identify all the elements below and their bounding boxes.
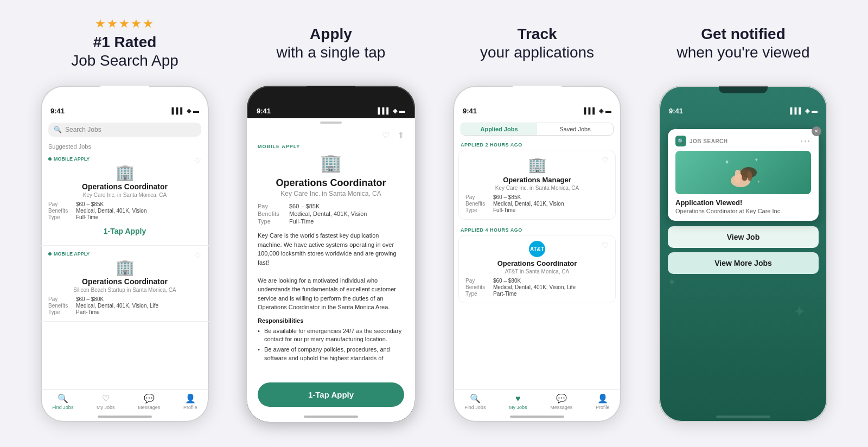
job-card-1[interactable]: ♡ MOBILE APPLY 🏢 Operations Coordinator … bbox=[41, 151, 209, 246]
share-icon-p2[interactable]: ⬆ bbox=[397, 130, 404, 141]
type-v-t2: Part-Time bbox=[493, 291, 517, 297]
track-job-details-2: Pay$60 – $80K BenefitsMedical, Dental, 4… bbox=[465, 278, 609, 297]
pay-value-p2: $60 – $85K bbox=[289, 203, 320, 209]
nav-messages-label: Messages bbox=[138, 405, 160, 410]
messages-icon: 💬 bbox=[144, 393, 155, 404]
job-card-2[interactable]: ♡ MOBILE APPLY 🏢 Operations Coordinator … bbox=[41, 246, 209, 322]
type-value-1: Full-Time bbox=[76, 214, 98, 220]
heart-icon-track-1[interactable]: ♡ bbox=[602, 156, 609, 164]
profile-label-3: Profile bbox=[596, 405, 610, 410]
phone-notch-2 bbox=[247, 86, 415, 103]
type-label: Type bbox=[48, 214, 73, 220]
close-icon[interactable]: ✕ bbox=[812, 126, 821, 136]
track-job-title-2: Operations Coordinator bbox=[465, 259, 609, 267]
track-job-details-1: Pay$60 – $85K BenefitsMedical, Dental, 4… bbox=[465, 194, 609, 213]
phone-frame-4: 9:41 ▌▌▌ ◈ ▬ ✦ ✦ ✦ ✦ ✦ ✦ ✕ bbox=[659, 86, 827, 422]
type-label-p2: Type bbox=[258, 218, 285, 225]
view-job-button[interactable]: View Job bbox=[668, 226, 819, 248]
signal-icon: ▌▌▌ bbox=[172, 107, 184, 114]
profile-icon: 👤 bbox=[185, 393, 196, 404]
pay-v-t1: $60 – $85K bbox=[493, 194, 521, 200]
status-icons-1: ▌▌▌ ◈ ▬ bbox=[172, 107, 199, 114]
wifi-icon-3: ◈ bbox=[599, 107, 603, 114]
pay-v-t2: $60 – $80K bbox=[493, 278, 521, 284]
heart-icon-track-2[interactable]: ♡ bbox=[602, 241, 609, 250]
one-tap-apply-btn-1[interactable]: 1-Tap Apply bbox=[48, 222, 201, 240]
nav-messages-3[interactable]: 💬 Messages bbox=[550, 393, 572, 410]
heart-icon-p2[interactable]: ♡ bbox=[382, 130, 390, 141]
status-icons-4: ▌▌▌ ◈ ▬ bbox=[790, 107, 818, 114]
company-icon-p2: 🏢 bbox=[258, 152, 404, 173]
track-job-title-1: Operations Manager bbox=[465, 176, 609, 184]
benefits-value-2: Medical, Dental, 401K, Vision, Life bbox=[76, 303, 158, 309]
home-indicator-4 bbox=[659, 411, 827, 422]
nav-find-jobs-3[interactable]: 🔍 Find Jobs bbox=[464, 393, 486, 410]
mobile-apply-label-2: MOBILE APPLY bbox=[54, 251, 90, 257]
job-title-1: Operations Coordinator bbox=[48, 182, 201, 191]
status-time-4: 9:41 bbox=[669, 107, 683, 115]
nav-find-jobs-label: Find Jobs bbox=[52, 405, 73, 410]
battery-icon-3: ▬ bbox=[605, 107, 611, 114]
nav-find-jobs[interactable]: 🔍 Find Jobs bbox=[52, 393, 73, 410]
phone-frame-1: 9:41 ▌▌▌ ◈ ▬ 🔍 Search Jobs Suggested Job… bbox=[41, 86, 209, 422]
heart-icon-2[interactable]: ♡ bbox=[194, 251, 201, 260]
phone-content-3: Applied Jobs Saved Jobs APPLIED 2 HOURS … bbox=[453, 118, 621, 389]
section-apply: Apply with a single tap 9:41 ▌▌▌ ◈ ▬ bbox=[228, 11, 434, 422]
building-icon-2: 🏢 bbox=[116, 260, 135, 275]
my-jobs-label-3: My Jobs bbox=[509, 405, 527, 410]
heart-icon-1[interactable]: ♡ bbox=[194, 156, 201, 165]
search-bar-1[interactable]: 🔍 Search Jobs bbox=[48, 123, 201, 137]
benefits-label-p2: Benefits bbox=[258, 210, 285, 217]
apply-content: ♡ ⬆ MOBILE APPLY 🏢 Operations Coordinato… bbox=[247, 127, 415, 378]
app-store-container: ★★★★★ #1 Rated Job Search App 9:41 ▌▌▌ ◈… bbox=[0, 0, 868, 447]
job-details-2: Pay$60 – $80K BenefitsMedical, Dental, 4… bbox=[48, 296, 201, 315]
notch-pill-3 bbox=[513, 86, 561, 93]
battery-icon-2: ▬ bbox=[399, 107, 405, 114]
type-l-t1: Type bbox=[465, 207, 490, 213]
status-bar-3: 9:41 ▌▌▌ ◈ ▬ bbox=[453, 103, 621, 118]
track-job-card-1[interactable]: ♡ 🏢 Operations Manager Key Care Inc. in … bbox=[458, 150, 616, 220]
benefits-value-1: Medical, Dental, 401K, Vision bbox=[76, 208, 146, 214]
tab-applied-jobs[interactable]: Applied Jobs bbox=[461, 123, 537, 135]
track-job-company-1: Key Care Inc. in Santa Monica, CA bbox=[465, 185, 609, 191]
section-title-light-track: your applications bbox=[480, 43, 594, 62]
pay-label-2: Pay bbox=[48, 296, 73, 302]
company-icon-1: 🏢 bbox=[48, 165, 201, 180]
nav-profile-label: Profile bbox=[183, 405, 197, 410]
nav-my-jobs-3[interactable]: ♥ My Jobs bbox=[509, 394, 527, 410]
mobile-apply-badge-2: MOBILE APPLY bbox=[48, 251, 201, 257]
company-icon-track-1: 🏢 bbox=[465, 156, 609, 174]
type-value-p2: Full-Time bbox=[289, 218, 314, 225]
battery-icon-4: ▬ bbox=[812, 107, 818, 114]
mobile-apply-dot-2 bbox=[48, 252, 52, 256]
job-company-2: Silicon Beach Startup in Santa Monica, C… bbox=[48, 287, 201, 293]
wifi-icon: ◈ bbox=[187, 107, 191, 114]
status-bar-1: 9:41 ▌▌▌ ◈ ▬ bbox=[41, 103, 209, 118]
view-more-jobs-button[interactable]: View More Jobs bbox=[668, 252, 819, 274]
mobile-apply-badge-1: MOBILE APPLY bbox=[48, 156, 201, 162]
pay-l-t2: Pay bbox=[465, 278, 490, 284]
nav-my-jobs-label: My Jobs bbox=[97, 405, 115, 410]
home-bar-4 bbox=[716, 416, 770, 418]
phone-content-2: ♡ ⬆ MOBILE APPLY 🏢 Operations Coordinato… bbox=[247, 118, 415, 378]
notification-header: 🔍 JOB SEARCH ··· bbox=[675, 136, 811, 146]
nav-profile-3[interactable]: 👤 Profile bbox=[596, 393, 610, 410]
tabs-p3: Applied Jobs Saved Jobs bbox=[461, 123, 614, 136]
phone-frame-3: 9:41 ▌▌▌ ◈ ▬ Applied Jobs Saved Jobs APP… bbox=[453, 86, 621, 422]
notch-pill-2 bbox=[307, 86, 355, 93]
type-l-t2: Type bbox=[465, 291, 490, 297]
nav-my-jobs[interactable]: ♡ My Jobs bbox=[97, 393, 115, 410]
messages-label-3: Messages bbox=[550, 405, 572, 410]
track-job-card-2[interactable]: ♡ AT&T Operations Coordinator AT&T in Sa… bbox=[458, 235, 616, 303]
job-details-1: Pay$60 – $85K BenefitsMedical, Dental, 4… bbox=[48, 201, 201, 220]
nav-messages[interactable]: 💬 Messages bbox=[138, 393, 160, 410]
star-rating: ★★★★★ bbox=[95, 17, 155, 31]
applied-label-1: APPLIED 2 HOURS AGO bbox=[453, 140, 621, 150]
pay-value-1: $60 – $85K bbox=[76, 201, 104, 207]
one-tap-apply-btn-p2[interactable]: 1-Tap Apply bbox=[258, 382, 404, 407]
section-title-bold-track: Track bbox=[517, 25, 557, 43]
phone-frame-2: 9:41 ▌▌▌ ◈ ▬ ♡ ⬆ MOBILE APPLY bbox=[247, 86, 415, 422]
nav-profile[interactable]: 👤 Profile bbox=[183, 393, 197, 410]
tab-saved-jobs[interactable]: Saved Jobs bbox=[537, 123, 613, 135]
wifi-icon-2: ◈ bbox=[393, 107, 397, 114]
